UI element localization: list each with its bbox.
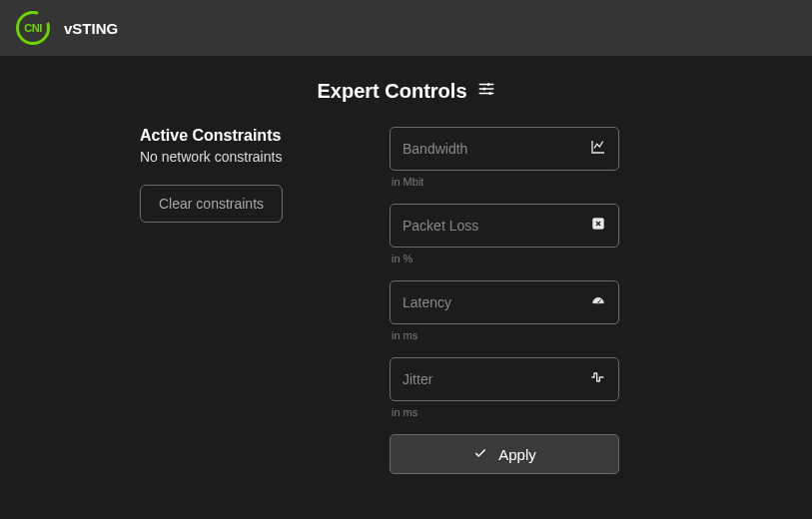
apply-button[interactable]: Apply <box>390 434 619 474</box>
sliders-icon <box>477 80 495 103</box>
gauge-icon <box>590 292 606 312</box>
bandwidth-input[interactable]: Bandwidth <box>390 127 619 171</box>
logo-text: CNI <box>24 22 41 34</box>
packet-loss-placeholder: Packet Loss <box>403 218 478 234</box>
latency-placeholder: Latency <box>403 294 451 310</box>
x-square-icon <box>590 216 606 236</box>
controls-panel: Bandwidth in Mbit Packet Loss in % <box>390 127 619 474</box>
svg-point-2 <box>488 92 491 95</box>
packet-loss-help: in % <box>390 253 619 264</box>
latency-help: in ms <box>390 329 619 341</box>
pulse-icon <box>590 369 606 389</box>
active-constraints-heading: Active Constraints <box>140 127 290 145</box>
svg-point-1 <box>482 88 485 91</box>
apply-label: Apply <box>498 446 536 463</box>
svg-point-0 <box>486 83 489 86</box>
check-icon <box>472 446 488 463</box>
constraints-status-text: No network constraints <box>140 149 290 165</box>
packet-loss-input[interactable]: Packet Loss <box>390 204 619 248</box>
clear-constraints-button[interactable]: Clear constraints <box>140 185 283 223</box>
page-title-text: Expert Controls <box>317 80 466 103</box>
bandwidth-placeholder: Bandwidth <box>403 141 467 157</box>
app-name: vSTING <box>64 20 118 37</box>
latency-input[interactable]: Latency <box>390 280 619 324</box>
app-header: CNI vSTING <box>0 0 812 56</box>
active-constraints-panel: Active Constraints No network constraint… <box>40 127 290 474</box>
jitter-help: in ms <box>390 406 619 418</box>
jitter-input[interactable]: Jitter <box>390 357 619 401</box>
app-logo: CNI <box>16 11 50 45</box>
jitter-placeholder: Jitter <box>403 371 432 387</box>
page-title: Expert Controls <box>0 80 812 103</box>
bandwidth-help: in Mbit <box>390 176 619 188</box>
chart-line-icon <box>590 139 606 159</box>
